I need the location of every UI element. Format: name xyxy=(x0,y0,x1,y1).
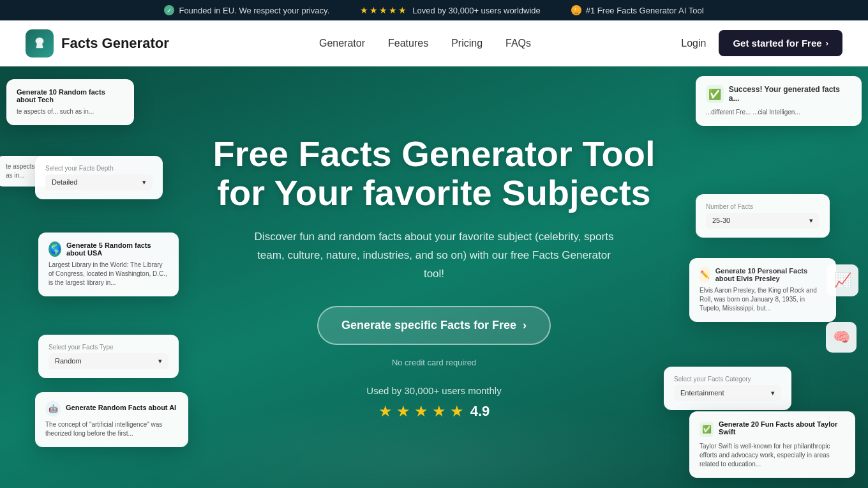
card-nof-value: 25-30 xyxy=(712,217,730,225)
nav-generator[interactable]: Generator xyxy=(319,38,365,49)
chevron-down-icon3: ▾ xyxy=(809,217,813,225)
card-taylor-body: Taylor Swift is well-known for her phila… xyxy=(700,442,845,469)
nav-faqs[interactable]: FAQs xyxy=(505,38,531,49)
nav-links: Generator Features Pricing FAQs xyxy=(319,38,531,49)
star-4: ★ xyxy=(432,402,446,420)
card-taylor-title: Generate 20 Fun Facts about Taylor Swift xyxy=(719,420,845,436)
card-depth-value: Detailed xyxy=(52,178,77,187)
banner-item-top: 🏆 #1 Free Facts Generator AI Tool xyxy=(571,5,704,15)
logo[interactable]: Facts Generator xyxy=(26,29,169,57)
card-elvis-body: Elvis Aaron Presley, the King of Rock an… xyxy=(700,286,826,313)
card-elvis-title: Generate 10 Personal Facts about Elvis P… xyxy=(715,267,826,282)
card-elvis-header: ✏️ Generate 10 Personal Facts about Elvi… xyxy=(700,267,826,282)
card-taylor-header: ✅ Generate 20 Fun Facts about Taylor Swi… xyxy=(700,420,845,438)
star-5: ★ xyxy=(450,402,464,420)
arrow-icon: › xyxy=(826,38,828,48)
hero-section: te aspects of... such as in... Generate … xyxy=(0,66,868,488)
top-banner: ✓ Founded in EU. We respect your privacy… xyxy=(0,0,868,20)
card-ai-title: Generate Random Facts about AI xyxy=(66,404,176,411)
chevron-down-icon: ▾ xyxy=(142,178,146,187)
card-ai-header: 🤖 Generate Random Facts about AI xyxy=(45,401,178,416)
card-brain-right: 🧠 xyxy=(826,322,857,353)
login-button[interactable]: Login xyxy=(681,38,706,49)
star-2: ★ xyxy=(396,402,410,420)
elvis-icon: ✏️ xyxy=(700,267,710,282)
trend-chart-icon: 📈 xyxy=(827,264,858,296)
stars-icon: ★★★★★ xyxy=(360,5,408,15)
card-usa: 🌎 Generate 5 Random facts about USA Larg… xyxy=(38,233,179,296)
logo-icon xyxy=(26,29,54,57)
card-ai-body: The concept of "artificial intelligence"… xyxy=(45,420,178,438)
nav-right: Login Get started for Free › xyxy=(681,30,842,56)
star-1: ★ xyxy=(378,402,393,420)
card-usa-body: Largest Library in the World: The Librar… xyxy=(49,261,168,287)
card-chart-right: 📈 xyxy=(827,264,858,296)
banner-top-text: #1 Free Facts Generator AI Tool xyxy=(586,6,704,15)
card-category-label: Select your Facts Category xyxy=(674,376,781,383)
banner-item-eu: ✓ Founded in EU. We respect your privacy… xyxy=(164,5,329,15)
card-nof-select: 25-30 ▾ xyxy=(706,213,819,229)
card-tech-title: Generate 10 Random facts about Tech xyxy=(17,88,124,103)
card-depth-label: Select your Facts Depth xyxy=(45,165,153,172)
rating-number: 4.9 xyxy=(470,403,490,420)
generate-label: Generate specific Facts for Free xyxy=(341,319,516,332)
no-credit-text: No credit card required xyxy=(211,358,657,367)
card-usa-title: Generate 5 Random facts about USA xyxy=(66,241,168,257)
generate-arrow-icon: › xyxy=(523,319,527,332)
chevron-down-icon2: ▾ xyxy=(158,357,162,365)
chevron-down-icon4: ▾ xyxy=(771,389,775,397)
card-category-select: Entertainment ▾ xyxy=(674,385,781,401)
card-success-header: ✅ Success! Your generated facts a... xyxy=(706,85,851,103)
card-nof: Number of Facts 25-30 ▾ xyxy=(696,194,830,238)
card-elvis: ✏️ Generate 10 Personal Facts about Elvi… xyxy=(689,258,836,322)
card-usa-header: 🌎 Generate 5 Random facts about USA xyxy=(49,241,168,257)
get-started-button[interactable]: Get started for Free › xyxy=(719,30,842,56)
card-success: ✅ Success! Your generated facts a... ...… xyxy=(696,76,862,126)
users-monthly-text: Used by 30,000+ users monthly xyxy=(211,385,657,396)
banner-item-loved: ★★★★★ Loved by 30,000+ users worldwide xyxy=(360,5,541,15)
hero-center: Free Facts Generator Tool for Your favor… xyxy=(211,134,657,421)
generate-button[interactable]: Generate specific Facts for Free › xyxy=(317,306,551,345)
card-nof-label: Number of Facts xyxy=(706,203,819,210)
globe-icon: 🌎 xyxy=(49,241,61,257)
card-category-value: Entertainment xyxy=(680,389,724,397)
svg-point-0 xyxy=(38,40,41,42)
banner-eu-text: Founded in EU. We respect your privacy. xyxy=(179,6,329,15)
card-taylor: ✅ Generate 20 Fun Facts about Taylor Swi… xyxy=(689,411,855,478)
card-category: Select your Facts Category Entertainment… xyxy=(664,367,791,410)
card-tech-body: te aspects of... such as in... xyxy=(17,107,124,116)
navbar: Facts Generator Generator Features Prici… xyxy=(0,20,868,66)
rating-row: ★ ★ ★ ★ ★ 4.9 xyxy=(211,402,657,420)
star-3: ★ xyxy=(414,402,428,420)
trophy-icon: 🏆 xyxy=(571,5,581,15)
nav-features[interactable]: Features xyxy=(388,38,428,49)
check-icon: ✅ xyxy=(706,85,724,103)
card-type-label: Select your Facts Type xyxy=(49,344,168,351)
card-success-title: Success! Your generated facts a... xyxy=(729,85,851,103)
brain-icon: 🧠 xyxy=(826,322,857,353)
card-depth: Select your Facts Depth Detailed ▾ xyxy=(35,156,163,199)
ai-icon: 🤖 xyxy=(45,401,61,416)
card-type: Select your Facts Type Random ▾ xyxy=(38,335,179,378)
card-partial-body: te aspects of... such as in... xyxy=(6,162,64,180)
shield-icon: ✓ xyxy=(164,5,174,15)
card-ai: 🤖 Generate Random Facts about AI The con… xyxy=(35,392,188,447)
card-depth-select: Detailed ▾ xyxy=(45,174,153,190)
nav-pricing[interactable]: Pricing xyxy=(451,38,483,49)
banner-loved-text: Loved by 30,000+ users worldwide xyxy=(412,6,541,15)
card-success-body: ...different Fre... ...cial Intelligen..… xyxy=(706,108,851,117)
card-tech: Generate 10 Random facts about Tech te a… xyxy=(6,79,134,125)
hero-title: Free Facts Generator Tool for Your favor… xyxy=(211,134,657,213)
card-partial-left: te aspects of... such as in... xyxy=(0,156,73,187)
taylor-icon: ✅ xyxy=(700,422,714,437)
logo-text: Facts Generator xyxy=(61,35,169,52)
hero-subtitle: Discover fun and random facts about your… xyxy=(249,228,619,284)
card-type-value: Random xyxy=(55,357,82,365)
card-type-select: Random ▾ xyxy=(49,353,168,369)
get-started-label: Get started for Free xyxy=(733,38,821,49)
